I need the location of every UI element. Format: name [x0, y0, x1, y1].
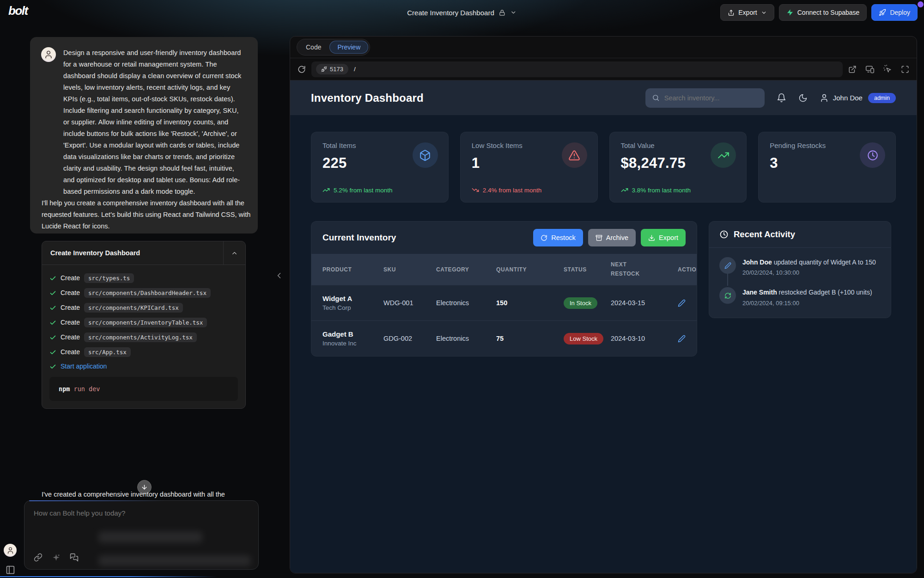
file-path-chip[interactable]: src/App.tsx [84, 347, 131, 357]
plug-icon [321, 66, 327, 72]
activity-list: John Doe updated quantity of Widget A to… [709, 248, 891, 318]
kpi-change: 5.2% from last month [322, 186, 393, 194]
project-title-menu[interactable]: Create Inventory Dashboard [407, 0, 517, 25]
chat-input-toolbar [34, 553, 79, 562]
file-create-row: Create src/components/KPICard.tsx [49, 300, 238, 315]
file-path-chip[interactable]: src/components/ActivityLog.tsx [84, 332, 197, 342]
clock-icon [860, 142, 885, 168]
recent-activity-card: Recent Activity John Doe updated q [709, 221, 891, 318]
chat-mode-icon[interactable] [70, 553, 79, 562]
file-path-chip[interactable]: src/types.ts [84, 273, 134, 283]
bolt-logo[interactable]: bolt [8, 4, 28, 18]
code-preview-switch: Code Preview [297, 39, 370, 55]
col-category: Category [436, 266, 496, 273]
user-icon [820, 93, 829, 103]
kpi-change-text: 2.4% from last month [483, 187, 542, 194]
restock-button[interactable]: Restock [533, 229, 583, 246]
pencil-icon [719, 257, 736, 274]
editor-tab-row: Code Preview [290, 37, 917, 58]
inventory-table-header: Product SKU Category Quantity Status Nex… [311, 254, 697, 285]
deploy-button[interactable]: Deploy [871, 4, 918, 21]
artifact-body: Create src/types.ts Create src/component… [42, 265, 245, 408]
chat-input[interactable] [34, 509, 249, 517]
reload-icon[interactable] [298, 65, 306, 74]
kpi-card-pending-restocks: Pending Restocks 3 [758, 132, 896, 203]
inventory-row[interactable]: Gadget B Innovate Inc GDG-002 Electronic… [311, 320, 697, 356]
notification-dot [918, 1, 924, 7]
preview-url-bar: 5173 / [290, 58, 917, 80]
collapse-chat-chevron[interactable] [274, 271, 284, 280]
trend-up-icon [621, 186, 628, 194]
artifact-collapse-button[interactable] [223, 241, 245, 264]
user-message-text: Design a responsive and user-friendly in… [63, 47, 246, 223]
port-pill[interactable]: 5173 [316, 64, 348, 74]
download-icon [648, 234, 655, 241]
address-bar[interactable]: 5173 / [311, 61, 843, 77]
kpi-card-total-items: Total Items 225 5.2% from last month [311, 132, 449, 203]
artifact-card: Create Inventory Dashboard Create src/ty… [42, 241, 246, 409]
file-path-chip[interactable]: src/components/DashboardHeader.tsx [84, 288, 211, 298]
connect-supabase-button[interactable]: Connect to Supabase [779, 4, 867, 21]
user-menu[interactable]: John Doe admin [820, 93, 896, 103]
app-preview: Inventory Dashboard [290, 80, 917, 573]
inventory-row[interactable]: Widget A Tech Corp WDG-001 Electronics 1… [311, 285, 697, 320]
activity-time: 20/02/2024, 10:30:00 [742, 269, 876, 276]
col-actions: Actions [678, 266, 697, 273]
assistant-intro-text: I'll help you create a comprehensive inv… [42, 197, 259, 232]
search-icon [652, 94, 660, 102]
file-action: Create [61, 348, 80, 356]
inventory-search[interactable] [645, 88, 765, 108]
inspector-toggle-icon[interactable] [883, 65, 892, 74]
product-category: Electronics [436, 335, 496, 342]
file-create-row: Create src/App.tsx [49, 344, 238, 359]
tab-preview[interactable]: Preview [329, 41, 368, 54]
export-inventory-button[interactable]: Export [641, 229, 686, 246]
file-path-chip[interactable]: src/components/KPICard.tsx [84, 303, 183, 313]
device-preview-icon[interactable] [865, 65, 875, 74]
activity-item: John Doe updated quantity of Widget A to… [719, 257, 881, 276]
package-icon [413, 142, 438, 168]
check-icon [49, 289, 56, 296]
export-button[interactable]: Export [720, 4, 774, 21]
next-restock-date: 2024-03-10 [611, 335, 678, 342]
refresh-icon [541, 234, 547, 241]
file-create-row: Create src/components/ActivityLog.tsx [49, 330, 238, 344]
file-create-row: Create src/components/DashboardHeader.ts… [49, 285, 238, 300]
col-status: Status [564, 266, 611, 273]
tab-code[interactable]: Code [298, 41, 328, 53]
assistant-message: I'll help you create a comprehensive inv… [42, 197, 259, 409]
activity-action: updated quantity of Widget A to 150 [772, 258, 876, 266]
notifications-bell-icon[interactable] [777, 93, 786, 103]
export-label: Export [738, 9, 757, 16]
project-title: Create Inventory Dashboard [407, 9, 494, 17]
chat-input-box[interactable] [24, 500, 259, 570]
role-badge: admin [868, 93, 896, 103]
kpi-change-text: 3.8% from last month [632, 187, 691, 194]
edit-pencil-icon[interactable] [678, 335, 686, 343]
archive-button[interactable]: Archive [588, 229, 636, 246]
kpi-card-low-stock: Low Stock Items 1 2.4% from last month [460, 132, 598, 203]
alert-triangle-icon [562, 142, 587, 168]
open-external-icon[interactable] [848, 65, 857, 74]
file-path-chip[interactable]: src/components/InventoryTable.tsx [84, 318, 207, 327]
product-quantity[interactable]: 150 [496, 299, 564, 307]
col-quantity: Quantity [496, 266, 564, 273]
sparkles-icon[interactable] [52, 553, 61, 562]
supabase-bolt-icon [786, 9, 794, 16]
trend-up-icon [322, 186, 330, 194]
edit-pencil-icon[interactable] [678, 299, 686, 307]
account-avatar[interactable] [4, 544, 17, 557]
product-quantity[interactable]: 75 [496, 335, 564, 342]
activity-action: restocked Gadget B (+100 units) [777, 289, 872, 296]
start-application-link[interactable]: Start application [49, 359, 238, 373]
link-icon[interactable] [34, 553, 43, 562]
inventory-search-input[interactable] [664, 94, 758, 102]
fullscreen-icon[interactable] [901, 65, 909, 74]
dark-mode-toggle-icon[interactable] [798, 93, 808, 103]
url-path: / [354, 66, 356, 73]
bulk-actions: Restock Archive [533, 229, 686, 246]
check-icon [49, 363, 56, 370]
archive-label: Archive [606, 234, 628, 241]
sidebar-toggle-icon[interactable] [6, 565, 15, 575]
activity-user: Jane Smith [742, 289, 777, 296]
